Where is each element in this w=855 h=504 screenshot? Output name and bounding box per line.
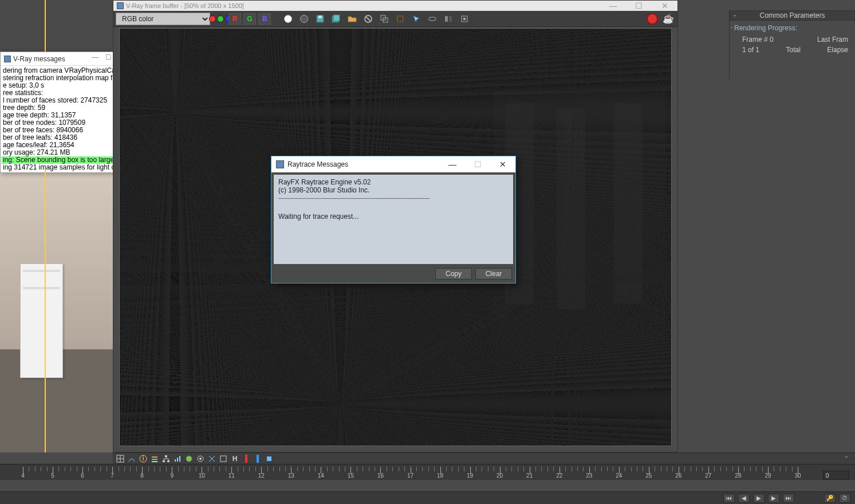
- render-setup-icon[interactable]: [195, 454, 206, 463]
- red-key-icon[interactable]: [241, 454, 251, 463]
- timeline-tick-label: 12: [258, 472, 265, 479]
- svg-rect-23: [163, 460, 165, 462]
- raytrace-titlebar[interactable]: Raytrace Messages — ☐ ✕: [271, 156, 515, 172]
- pixel-info-icon[interactable]: [458, 13, 471, 25]
- timeline-tick-label: 30: [794, 472, 801, 479]
- dope-sheet-icon[interactable]: [149, 454, 160, 463]
- goto-start-icon[interactable]: ⏮: [723, 494, 735, 503]
- maximize-button[interactable]: ☐: [626, 1, 652, 11]
- viewport-preview[interactable]: [0, 170, 113, 452]
- timeline[interactable]: 4567891011121314151617181920212223242526…: [0, 464, 855, 480]
- cp-body: Rendering Progress: Frame # 0 Last Fram …: [730, 21, 855, 58]
- vray-messages-window[interactable]: V-Ray messages — ☐ dering from camera VR…: [0, 52, 115, 173]
- svg-point-28: [186, 456, 192, 462]
- raytrace-app-icon: [276, 160, 284, 168]
- timeline-tick-label: 25: [645, 472, 652, 479]
- timeline-tick-label: 10: [199, 472, 205, 479]
- svg-rect-22: [165, 455, 167, 457]
- vray-messages-titlebar[interactable]: V-Ray messages — ☐: [1, 52, 114, 66]
- timeline-tick-label: 21: [526, 472, 533, 479]
- raytrace-line: RayFX Raytrace Engine v5.02: [278, 178, 509, 186]
- prev-frame-icon[interactable]: ◀: [738, 494, 750, 503]
- track-mouse-icon[interactable]: [409, 13, 423, 25]
- channel-green-button[interactable]: G: [243, 13, 256, 25]
- frame-label: Frame #: [742, 36, 768, 44]
- grid-icon[interactable]: [218, 454, 228, 463]
- svg-rect-31: [220, 456, 226, 462]
- vray-messages-body: dering from camera VRayPhysicalCamera003…: [1, 66, 114, 172]
- mono-channel-icon[interactable]: [281, 13, 295, 25]
- timeline-tick-label: 11: [228, 472, 235, 479]
- minimize-button[interactable]: —: [440, 156, 465, 172]
- raytrace-line: (c) 1998-2000 Blur Studio Inc.: [278, 186, 509, 194]
- info-icon[interactable]: i: [138, 454, 148, 463]
- channel-red-button[interactable]: R: [228, 13, 241, 25]
- copy-button[interactable]: Copy: [435, 268, 472, 279]
- time-config-icon[interactable]: ⏱: [839, 494, 850, 503]
- raytrace-divider: ----------------------------------------…: [278, 194, 509, 202]
- viewport-shelf-object: [20, 263, 63, 378]
- save-all-icon[interactable]: [329, 13, 343, 25]
- duplicate-icon[interactable]: [377, 13, 391, 25]
- svg-line-5: [366, 17, 371, 21]
- svg-rect-24: [167, 460, 170, 462]
- next-frame-icon[interactable]: ▶: [768, 494, 779, 503]
- key-mode-icon[interactable]: 🔑: [824, 494, 836, 503]
- viewport-active-border-2: [45, 170, 46, 452]
- channel-blue-button[interactable]: B: [258, 13, 271, 25]
- svg-rect-27: [179, 456, 180, 462]
- toolbar-caret-icon[interactable]: ⌃: [844, 455, 849, 463]
- close-button[interactable]: ✕: [490, 156, 515, 172]
- material-editor-icon[interactable]: [184, 454, 194, 463]
- elapse-label: Elapse: [827, 46, 848, 54]
- compare-icon[interactable]: [442, 13, 455, 25]
- region-render-icon[interactable]: [393, 13, 407, 25]
- hierarchy-icon[interactable]: [207, 454, 217, 463]
- save-icon[interactable]: [313, 13, 327, 25]
- timeline-tick-label: 15: [348, 472, 354, 479]
- curve-editor-icon[interactable]: [127, 454, 137, 463]
- vfb-titlebar[interactable]: V-Ray frame buffer - [50% of 2000 x 1500…: [113, 1, 677, 11]
- alpha-channel-icon[interactable]: [297, 13, 311, 25]
- svg-rect-3: [333, 15, 340, 21]
- minimize-icon[interactable]: —: [92, 53, 98, 61]
- common-parameters-header[interactable]: - Common Parameters: [730, 10, 855, 21]
- svg-rect-13: [463, 18, 466, 20]
- link-viewport-icon[interactable]: [425, 13, 439, 25]
- viewport-layout-icon[interactable]: [115, 454, 125, 463]
- svg-text:i: i: [143, 455, 144, 462]
- maximize-icon[interactable]: ☐: [105, 53, 112, 61]
- timeline-tick-label: 6: [81, 472, 84, 479]
- timeline-tick-label: 24: [616, 472, 622, 479]
- clear-icon[interactable]: [361, 13, 375, 25]
- last-frame-label: Last Fram: [817, 36, 848, 44]
- render-last-icon[interactable]: ☕: [661, 13, 675, 25]
- progress-value: 1 of 1: [742, 46, 759, 54]
- play-icon[interactable]: ▶: [753, 494, 765, 503]
- timeline-tick-label: 9: [170, 472, 174, 479]
- stop-render-button[interactable]: [645, 13, 659, 25]
- helper-h-icon[interactable]: H: [230, 454, 240, 463]
- timeline-tick-label: 26: [675, 472, 681, 479]
- goto-end-icon[interactable]: ⏭: [783, 494, 794, 503]
- stats-icon[interactable]: [172, 454, 183, 463]
- raytrace-title: Raytrace Messages: [287, 160, 348, 168]
- raytrace-messages-dialog[interactable]: Raytrace Messages — ☐ ✕ RayFX Raytrace E…: [271, 156, 516, 284]
- common-parameters-panel[interactable]: - Common Parameters Rendering Progress: …: [729, 10, 855, 79]
- open-folder-icon[interactable]: [345, 13, 359, 25]
- channel-select[interactable]: RGB color: [116, 13, 210, 25]
- close-button[interactable]: ✕: [652, 1, 677, 11]
- schematic-icon[interactable]: [161, 454, 171, 463]
- filter-icon[interactable]: [264, 454, 274, 463]
- vray-messages-title: V-Ray messages: [13, 55, 65, 63]
- minimize-button[interactable]: —: [600, 1, 626, 11]
- blue-key-icon[interactable]: [253, 454, 263, 463]
- svg-rect-11: [449, 16, 452, 22]
- frame-value: 0: [770, 36, 774, 44]
- svg-rect-32: [267, 456, 271, 461]
- color-swatch-icon[interactable]: [212, 13, 226, 25]
- status-bar: ⏮ ◀ ▶ ▶ ⏭ 🔑 ⏱: [0, 491, 855, 504]
- clear-button[interactable]: Clear: [475, 268, 512, 279]
- frame-spinner[interactable]: [823, 471, 849, 480]
- collapse-icon[interactable]: -: [734, 11, 736, 19]
